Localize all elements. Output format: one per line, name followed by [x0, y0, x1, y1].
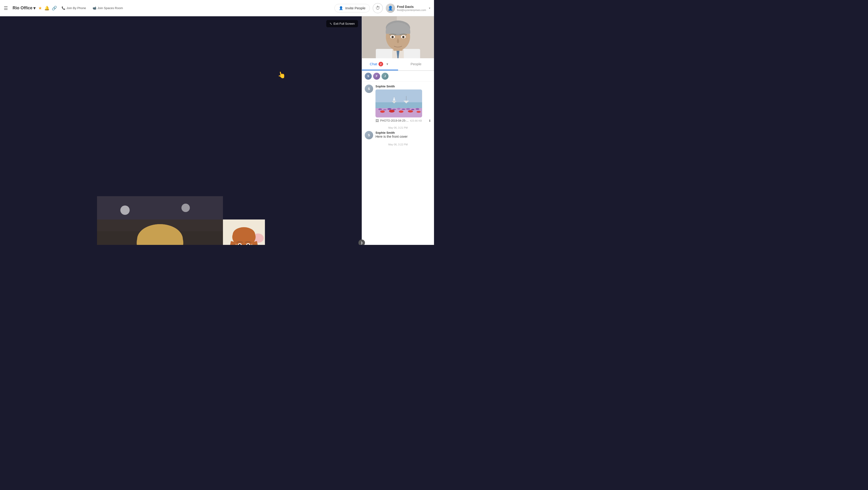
file-name: PHOTO-2019-04-25-...	[380, 119, 409, 122]
panel-tabs: Chat 2 ▾ People	[362, 58, 434, 71]
message-image	[375, 90, 422, 118]
chat-badge: 2	[378, 62, 383, 66]
svg-point-60	[416, 111, 421, 113]
svg-point-49	[388, 108, 392, 110]
bell-icon[interactable]: 🔔	[44, 6, 50, 11]
participant-1-video	[97, 196, 223, 245]
user-email: fred@xyzenterprises.com	[397, 9, 426, 11]
invite-icon: 👤	[339, 6, 343, 10]
right-panel: Chat 2 ▾ People S F J S Sophie Smith	[362, 16, 434, 245]
svg-point-2	[120, 205, 130, 215]
exit-fullscreen-label: Exit Full Screen	[334, 22, 355, 25]
invite-label: Invite People	[345, 6, 366, 10]
star-icon[interactable]: ★	[38, 6, 42, 11]
svg-point-53	[406, 108, 410, 110]
sender-name-2: Sophie Smith	[375, 131, 431, 134]
video-main: ⤡ Exit Full Screen	[0, 16, 362, 245]
app-title: Rio Office ▾	[12, 6, 35, 11]
menu-button[interactable]: ☰	[4, 5, 8, 11]
svg-point-55	[415, 108, 419, 110]
join-room-button[interactable]: 📹 Join Spaces Room	[91, 5, 125, 11]
file-icon: 🖼	[375, 119, 379, 123]
sender-name-1: Sophie Smith	[375, 85, 431, 88]
header-icons: ★ 🔔 🔗	[38, 6, 57, 11]
header-right: 👤 Invite People ⏱ 👤 Fred Davis fred@xyze…	[334, 3, 430, 13]
collapse-arrow-icon: ❯	[361, 241, 363, 244]
message-timestamp-2: May 06, 3:22 PM	[365, 143, 431, 146]
svg-point-56	[380, 110, 385, 113]
join-phone-button[interactable]: 📞 Join By Phone	[60, 5, 88, 11]
participant-1-svg	[97, 196, 223, 245]
svg-point-23	[233, 227, 255, 242]
video-tile-participant-1	[97, 196, 223, 245]
self-video-preview	[362, 16, 434, 58]
user-info[interactable]: 👤 Fred Davis fred@xyzenterprises.com ▾	[386, 3, 430, 13]
svg-point-51	[397, 108, 400, 110]
join-room-label: Join Spaces Room	[97, 6, 123, 10]
message-text-2: Here is the front cover	[375, 134, 431, 139]
svg-point-47	[378, 108, 382, 110]
svg-point-38	[392, 36, 394, 38]
participants-row: S F J	[362, 71, 434, 82]
user-details: Fred Davis fred@xyzenterprises.com	[397, 5, 426, 11]
people-tab-label: People	[410, 62, 422, 66]
file-size: 423.66 KB	[410, 119, 422, 122]
timer-icon: ⏱	[375, 5, 380, 11]
people-tab[interactable]: People	[398, 58, 434, 70]
header: ☰ Rio Office ▾ ★ 🔔 🔗 📞 Join By Phone 📹 J…	[0, 0, 434, 16]
collapse-panel-button[interactable]: ❯	[359, 239, 365, 245]
chat-message-2: S Sophie Smith Here is the front cover	[365, 131, 431, 139]
participant-2-svg	[223, 220, 265, 245]
chat-dropdown-icon[interactable]: ▾	[384, 61, 390, 67]
message-content-2: Sophie Smith Here is the front cover	[375, 131, 431, 139]
join-room-icon: 📹	[93, 6, 96, 10]
avatar-placeholder: 👤	[388, 6, 393, 11]
link-icon[interactable]: 🔗	[52, 6, 57, 11]
chat-message-1: S Sophie Smith	[365, 85, 431, 123]
invite-people-button[interactable]: 👤 Invite People	[334, 4, 370, 12]
chat-tab-label: Chat	[370, 62, 377, 66]
svg-point-54	[411, 109, 414, 110]
app-title-text: Rio Office	[12, 6, 32, 10]
participant-avatar-2: F	[373, 73, 380, 80]
message-file-info: 🖼 PHOTO-2019-04-25-... 423.66 KB ⬇	[375, 119, 431, 123]
svg-point-3	[181, 204, 190, 212]
svg-point-40	[402, 36, 405, 38]
exit-fullscreen-button[interactable]: ⤡ Exit Full Screen	[326, 20, 358, 27]
sender-avatar-sophie-2: S	[365, 131, 373, 139]
avatar: 👤	[386, 3, 395, 13]
participant-2-video	[223, 220, 265, 245]
message-content-1: Sophie Smith	[375, 85, 431, 123]
join-phone-icon: 📞	[62, 6, 65, 10]
svg-point-58	[399, 110, 403, 113]
sender-avatar-sophie-1: S	[365, 85, 373, 93]
svg-rect-42	[375, 90, 422, 103]
message-timestamp-1: May 06, 3:21 PM	[365, 126, 431, 129]
svg-point-57	[389, 110, 395, 112]
self-video-svg	[362, 16, 434, 58]
download-button[interactable]: ⬇	[428, 119, 431, 123]
main-layout: ⤡ Exit Full Screen	[0, 16, 434, 245]
chat-tab[interactable]: Chat 2 ▾	[362, 58, 398, 70]
user-chevron-icon[interactable]: ▾	[429, 6, 430, 10]
participant-avatar-3: J	[381, 73, 389, 80]
user-name: Fred Davis	[397, 5, 426, 9]
video-tile-participant-2	[223, 220, 265, 245]
video-grid	[0, 16, 362, 245]
app-title-dropdown-icon[interactable]: ▾	[33, 6, 35, 11]
svg-point-59	[408, 110, 413, 112]
join-phone-label: Join By Phone	[66, 6, 86, 10]
svg-point-48	[383, 109, 386, 110]
exit-fullscreen-icon: ⤡	[330, 22, 332, 25]
participant-avatar-1: S	[365, 73, 372, 80]
video-area: ⤡ Exit Full Screen	[0, 16, 362, 245]
svg-point-52	[402, 108, 405, 110]
header-left: ☰ Rio Office ▾ ★ 🔔 🔗 📞 Join By Phone 📹 J…	[4, 5, 334, 11]
timer-button[interactable]: ⏱	[373, 3, 383, 13]
attachment-image-svg	[375, 90, 422, 118]
chat-messages: S Sophie Smith	[362, 82, 434, 245]
